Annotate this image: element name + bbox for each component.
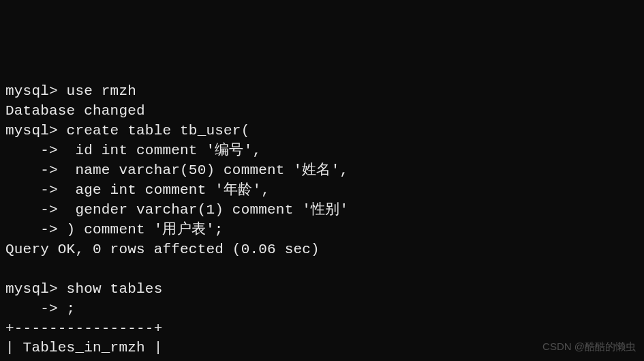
terminal-line: -> age int comment '年龄', (5, 181, 639, 201)
terminal-line: -> gender varchar(1) comment '性别' (5, 201, 639, 220)
terminal-line: Database changed (5, 102, 639, 121)
terminal-line: -> ) comment '用户表'; (5, 220, 639, 240)
terminal-line (5, 260, 639, 280)
terminal-line: +----------------+ (5, 319, 639, 339)
terminal-line: -> id int comment '编号', (5, 141, 639, 161)
terminal-line: Query OK, 0 rows affected (0.06 sec) (5, 240, 639, 260)
terminal-output: mysql> use rmzhDatabase changedmysql> cr… (5, 82, 639, 361)
watermark-text: CSDN @酷酷的懒虫 (542, 340, 636, 354)
terminal-line: +----------------+ (5, 358, 639, 361)
terminal-line: -> ; (5, 300, 639, 319)
terminal-line: -> name varchar(50) comment '姓名', (5, 161, 639, 181)
terminal-line: mysql> use rmzh (5, 82, 639, 102)
terminal-line: mysql> create table tb_user( (5, 121, 639, 141)
terminal-line: mysql> show tables (5, 280, 639, 300)
